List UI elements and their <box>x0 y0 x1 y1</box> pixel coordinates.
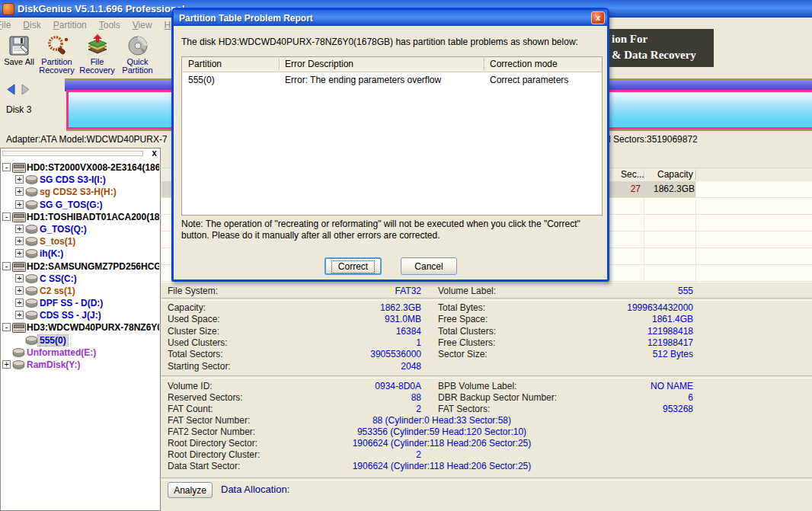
info-label: Capacity: <box>168 302 206 314</box>
info-label: Used Clusters: <box>168 337 228 349</box>
tree-item-hd2-samsungmz7pd256hcgm[interactable]: -HD2:SAMSUNGMZ7PD256HCGM <box>1 260 159 273</box>
menu-item-partition[interactable]: Partition <box>47 18 93 32</box>
expand-icon[interactable]: + <box>15 299 24 307</box>
info-label: Starting Sector: <box>168 361 231 372</box>
tree-item-g-tos-q[interactable]: +G_TOS(Q:) <box>1 223 159 235</box>
toolbar-button-label: File Recovery <box>77 58 117 75</box>
expand-icon[interactable]: + <box>15 187 24 196</box>
tree-item-label: sg CDS2 S3-H(H:) <box>38 187 118 197</box>
expand-icon[interactable]: + <box>2 360 11 369</box>
info-row: Cluster Size:16384Total Clusters:1219884… <box>161 326 812 337</box>
header-error-description[interactable]: Error Description <box>285 59 353 69</box>
problem-row[interactable]: 555(0) Error: The ending parameters over… <box>182 72 602 88</box>
divider <box>161 298 812 301</box>
tree-item-ih-k[interactable]: +ih(K:) <box>1 248 159 260</box>
info-label-right: Total Clusters: <box>438 326 496 337</box>
correct-button[interactable]: Correct <box>324 257 382 275</box>
header-partition[interactable]: Partition <box>188 59 222 69</box>
info-label: File System: <box>168 286 218 297</box>
info-label-right: FAT Sectors: <box>438 404 490 415</box>
column-header-sectors[interactable]: Sec... <box>621 169 644 180</box>
banner-line1: ion For <box>612 31 714 47</box>
column-header-capacity[interactable]: Capacity <box>657 169 693 180</box>
tree-item-label: C2 ss(1) <box>38 286 77 296</box>
tree-item-ramdisk-y[interactable]: +RamDisk(Y:) <box>1 359 159 371</box>
info-value-right: 555 <box>527 286 693 297</box>
info-label: Root Directory Cluster: <box>168 449 260 461</box>
prev-disk-icon[interactable] <box>6 84 16 95</box>
info-value: 2 <box>283 404 421 415</box>
info-value: 16384 <box>283 326 421 337</box>
tree-item-label: SG G_TOS(G:) <box>38 200 104 210</box>
tree-item-dpf-ss-d-d[interactable]: +DPF SS - D(D:) <box>1 297 159 309</box>
info-label-right: Free Space: <box>438 314 488 325</box>
header-correction-mode[interactable]: Correction mode <box>490 59 558 69</box>
expand-icon[interactable]: + <box>15 311 24 319</box>
tree-panel-header: x <box>1 149 160 159</box>
disk-number-label: Disk 3 <box>6 104 31 115</box>
disk-nav <box>6 84 30 95</box>
collapse-icon[interactable]: - <box>2 262 11 270</box>
column-divider[interactable] <box>279 59 280 69</box>
menu-item-file[interactable]: File <box>0 18 17 32</box>
cancel-button[interactable]: Cancel <box>401 257 457 275</box>
tree-item-unformatted-e[interactable]: Unformatted(E:) <box>1 347 159 359</box>
dialog-note: Note: The operation of "recreating or re… <box>181 219 605 241</box>
expand-icon[interactable]: + <box>15 249 24 257</box>
horizontal-scrollbar[interactable] <box>2 151 143 156</box>
app-logo-icon <box>2 3 14 15</box>
menu-item-view[interactable]: View <box>126 18 158 32</box>
column-divider[interactable] <box>644 170 644 180</box>
info-value-right: 121988417 <box>527 337 693 349</box>
column-divider[interactable] <box>484 59 484 69</box>
info-value-right: 1861.4GB <box>527 314 693 325</box>
partition-tree-panel: x -HD0:ST2000VX008-2E3164(186+SG CDS S3-… <box>0 148 161 511</box>
info-label: FAT Count: <box>168 404 213 415</box>
tree-item-hd1-toshibadt01aca200-186[interactable]: -HD1:TOSHIBADT01ACA200(186 <box>1 211 159 223</box>
info-row: Used Space:931.0MBFree Space:1861.4GB <box>161 314 812 325</box>
data-allocation-label: Data Allocation: <box>221 484 289 495</box>
toolbar-button-partition-recovery[interactable]: Partition Recovery <box>37 32 77 75</box>
tree-item-cds-ss-j-j[interactable]: +CDS SS - J(J:) <box>1 309 159 321</box>
expand-icon[interactable]: + <box>15 286 24 295</box>
toolbar-button-quick-partition[interactable]: Quick Partition <box>117 32 158 75</box>
tree-item-c2-ss-1[interactable]: +C2 ss(1) <box>1 285 159 297</box>
next-disk-icon[interactable] <box>21 84 30 95</box>
collapse-icon[interactable]: - <box>2 323 11 331</box>
menu-item-disk[interactable]: Disk <box>17 18 46 32</box>
tree-item-555-0[interactable]: 555(0) <box>1 334 159 347</box>
expand-icon[interactable]: + <box>15 175 24 184</box>
tree-item-sg-cds-s3-i-i[interactable]: +SG CDS S3-I(I:) <box>1 174 159 186</box>
analyze-button[interactable]: Analyze <box>168 482 213 498</box>
tree-item-label: HD0:ST2000VX008-2E3164(186 <box>25 162 159 173</box>
tree-item-sg-g-tos-g[interactable]: +SG G_TOS(G:) <box>1 199 159 211</box>
disk-tree: -HD0:ST2000VX008-2E3164(186+SG CDS S3-I(… <box>1 161 159 509</box>
info-row: FAT Count:2FAT Sectors:953268 <box>161 404 812 415</box>
close-icon[interactable]: x <box>591 11 605 24</box>
expand-icon[interactable]: + <box>15 200 24 209</box>
tree-item-label: S_tos(1) <box>38 236 77 247</box>
close-panel-icon[interactable]: x <box>152 149 157 158</box>
tree-item-sg-cds2-s3-h-h[interactable]: +sg CDS2 S3-H(H:) <box>1 186 159 198</box>
info-value: 88 <box>283 392 421 404</box>
column-divider[interactable] <box>695 170 696 180</box>
collapse-icon[interactable]: - <box>2 212 11 221</box>
toolbar-button-file-recovery[interactable]: File Recovery <box>77 32 117 75</box>
tree-item-hd0-st2000vx008-2e3164-186[interactable]: -HD0:ST2000VX008-2E3164(186 <box>1 161 159 174</box>
capacity-cell: 1862.3GB <box>654 184 695 194</box>
tree-item-label: G_TOS(Q:) <box>38 224 88 235</box>
tree-item-c-ss-c[interactable]: +C SS(C:) <box>1 273 159 285</box>
expand-icon[interactable]: + <box>15 274 24 283</box>
toolbar-button-save-all[interactable]: Save All <box>2 32 37 66</box>
problem-table: Partition Error Description Correction m… <box>181 56 603 216</box>
info-value-right: 121988418 <box>527 326 693 337</box>
expand-icon[interactable]: + <box>15 225 24 233</box>
tree-item-hd3-wdcwd40purx-78nz6y0[interactable]: -HD3:WDCWD40PURX-78NZ6Y0( <box>1 321 159 334</box>
expand-icon[interactable]: + <box>15 237 24 245</box>
tree-item-s-tos-1[interactable]: +S_tos(1) <box>1 235 159 248</box>
collapse-icon[interactable]: - <box>2 163 11 171</box>
info-row: Capacity:1862.3GBTotal Bytes:19996344320… <box>161 302 812 314</box>
adapter-model-text: Adapter:ATA Model:WDCWD40PURX-78NZ6Y <box>6 134 167 145</box>
menu-item-tools[interactable]: Tools <box>93 18 126 32</box>
divider <box>161 477 812 481</box>
